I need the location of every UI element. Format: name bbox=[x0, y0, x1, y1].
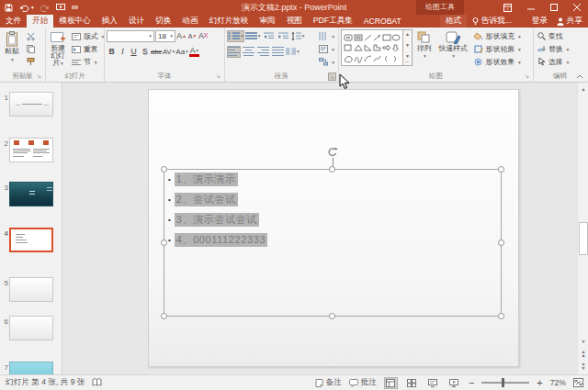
align-center-button[interactable] bbox=[242, 46, 255, 58]
increase-indent-button[interactable] bbox=[277, 30, 290, 42]
tab-transitions[interactable]: 切换 bbox=[150, 15, 176, 28]
shape-freeform[interactable] bbox=[345, 56, 352, 61]
ribbon-display-options-button[interactable] bbox=[496, 0, 519, 15]
resize-handle-middle-left[interactable] bbox=[161, 240, 167, 246]
customize-qat-button[interactable] bbox=[72, 4, 78, 12]
save-icon[interactable] bbox=[5, 4, 13, 12]
shape-arc[interactable] bbox=[365, 56, 371, 61]
zoom-slider-thumb[interactable] bbox=[502, 378, 504, 387]
shrink-font-button[interactable]: A▼ bbox=[187, 30, 198, 42]
slide-thumbnail-3[interactable] bbox=[9, 182, 53, 206]
shape-square[interactable] bbox=[345, 45, 351, 50]
rotate-handle[interactable] bbox=[327, 147, 338, 158]
select-button[interactable]: 选择▾ bbox=[536, 56, 571, 68]
new-slide-button[interactable]: 新建幻灯片▾ bbox=[48, 29, 68, 72]
drawing-dialog-launcher[interactable]: ↘ bbox=[523, 72, 531, 81]
tab-acrobat[interactable]: ACROBAT bbox=[358, 15, 407, 28]
align-left-button[interactable] bbox=[227, 46, 241, 58]
line-spacing-button[interactable]: ▾ bbox=[291, 30, 305, 42]
spell-check-icon[interactable] bbox=[92, 378, 102, 387]
shape-l-shape[interactable] bbox=[374, 45, 380, 50]
shape-fill-button[interactable]: 形状填充▾ bbox=[472, 30, 523, 42]
align-right-button[interactable] bbox=[256, 46, 270, 58]
resize-handle-middle-right[interactable] bbox=[498, 240, 504, 246]
strikethrough-button[interactable]: abc bbox=[151, 46, 162, 58]
tab-slideshow[interactable]: 幻灯片放映 bbox=[204, 15, 254, 28]
scroll-up-button[interactable]: ▲ bbox=[579, 84, 588, 94]
slide-thumbnail-7[interactable] bbox=[9, 362, 53, 374]
font-name-combo[interactable]: ▾ bbox=[107, 30, 154, 42]
shape-outline-button[interactable]: 形状轮廓▾ bbox=[472, 43, 523, 55]
italic-button[interactable]: I bbox=[118, 46, 128, 58]
slide-thumbnail-1[interactable] bbox=[9, 92, 53, 117]
tab-file[interactable]: 文件 bbox=[0, 15, 27, 28]
change-case-button[interactable]: Aa▾ bbox=[175, 46, 188, 58]
tab-design[interactable]: 设计 bbox=[123, 15, 150, 28]
gallery-up-icon[interactable]: ▲ bbox=[405, 31, 410, 37]
zoom-slider[interactable] bbox=[481, 382, 529, 384]
columns-button[interactable]: ▾ bbox=[286, 46, 300, 58]
shape-right-arrow[interactable] bbox=[383, 45, 390, 50]
format-painter-button[interactable] bbox=[24, 56, 38, 68]
view-slideshow-button[interactable] bbox=[447, 377, 461, 389]
view-slide-sorter-button[interactable] bbox=[405, 377, 419, 389]
clear-formatting-button[interactable]: A bbox=[198, 30, 209, 42]
scrollbar-thumb[interactable] bbox=[579, 222, 588, 255]
bullets-button[interactable]: ▾ bbox=[227, 30, 244, 42]
cut-button[interactable] bbox=[24, 30, 38, 42]
slide-thumbnail-6[interactable] bbox=[9, 316, 53, 340]
text-box-selected[interactable]: •1、演示演示 •2、尝试尝试 •3、演示尝试尝试 •4、00011122233… bbox=[164, 169, 502, 317]
resize-handle-top-right[interactable] bbox=[498, 166, 504, 173]
character-spacing-button[interactable]: AV▾ bbox=[163, 46, 175, 58]
tab-template-center[interactable]: 模板中心 bbox=[53, 15, 96, 28]
gallery-more-icon[interactable]: ▼─ bbox=[405, 53, 410, 64]
resize-handle-top-left[interactable] bbox=[161, 166, 167, 173]
shape-line[interactable] bbox=[365, 35, 371, 40]
tab-insert[interactable]: 插入 bbox=[96, 15, 123, 28]
minimize-button[interactable] bbox=[519, 0, 542, 15]
slide-thumbnail-2[interactable] bbox=[9, 138, 53, 162]
bullet-line[interactable]: •3、演示尝试尝试 bbox=[168, 213, 259, 227]
editor-vertical-scrollbar[interactable]: ▲ ▼ ▲▲ ▼▼ bbox=[577, 83, 588, 374]
quick-styles-button[interactable]: 快速样式▾ bbox=[436, 29, 470, 72]
clipboard-dialog-launcher[interactable]: ↘ bbox=[35, 72, 43, 81]
numbering-button[interactable]: ▾ bbox=[245, 30, 261, 42]
shape-frame[interactable] bbox=[355, 35, 362, 40]
fit-to-window-button[interactable] bbox=[573, 378, 583, 387]
tab-pdf-tools[interactable]: PDF工具集 bbox=[308, 15, 358, 28]
shape-left-paren[interactable] bbox=[386, 56, 388, 61]
slide-thumbnail-5[interactable] bbox=[9, 277, 53, 302]
zoom-in-button[interactable]: + bbox=[537, 377, 542, 388]
text-direction-button[interactable]: ▾ bbox=[317, 30, 336, 42]
paste-button[interactable]: 粘贴▾ bbox=[2, 29, 22, 72]
shape-oval[interactable] bbox=[392, 35, 400, 40]
arrange-button[interactable]: 排列▾ bbox=[414, 29, 435, 72]
shape-scribble[interactable] bbox=[355, 57, 362, 63]
convert-to-smartart-button[interactable]: ▾ bbox=[317, 56, 336, 68]
redo-button[interactable] bbox=[40, 4, 50, 12]
shape-right-triangle[interactable] bbox=[365, 45, 371, 50]
maximize-button[interactable] bbox=[542, 0, 565, 15]
bullet-line[interactable]: •4、000111222333 bbox=[168, 233, 267, 247]
tab-home[interactable]: 开始 bbox=[27, 15, 53, 28]
layout-button[interactable]: 版式▾ bbox=[70, 30, 106, 42]
tell-me-box[interactable]: 告诉我... bbox=[467, 15, 517, 28]
close-button[interactable] bbox=[565, 0, 588, 15]
reset-button[interactable]: 重置 bbox=[70, 43, 106, 55]
view-normal-button[interactable] bbox=[384, 377, 398, 389]
shape-triangle[interactable] bbox=[355, 45, 362, 50]
shape-right-paren[interactable] bbox=[394, 56, 396, 61]
previous-slide-button[interactable]: ▲▲ bbox=[579, 348, 588, 358]
undo-button[interactable]: ▾ bbox=[19, 4, 34, 12]
share-button[interactable]: 共享 bbox=[557, 16, 582, 27]
shapes-gallery[interactable] bbox=[341, 29, 403, 66]
find-button[interactable]: 查找 bbox=[536, 30, 571, 42]
font-size-combo[interactable]: 18▾ bbox=[155, 30, 175, 42]
scroll-down-button[interactable]: ▼ bbox=[579, 336, 588, 346]
shapes-gallery-scrollbar[interactable]: ▲▼▼─ bbox=[403, 29, 413, 66]
grow-font-button[interactable]: A▲ bbox=[176, 30, 187, 42]
tab-format[interactable]: 格式 bbox=[440, 15, 467, 28]
collapse-ribbon-button[interactable] bbox=[576, 74, 583, 79]
gallery-down-icon[interactable]: ▼ bbox=[405, 42, 410, 48]
align-text-button[interactable]: ▾ bbox=[317, 43, 336, 55]
